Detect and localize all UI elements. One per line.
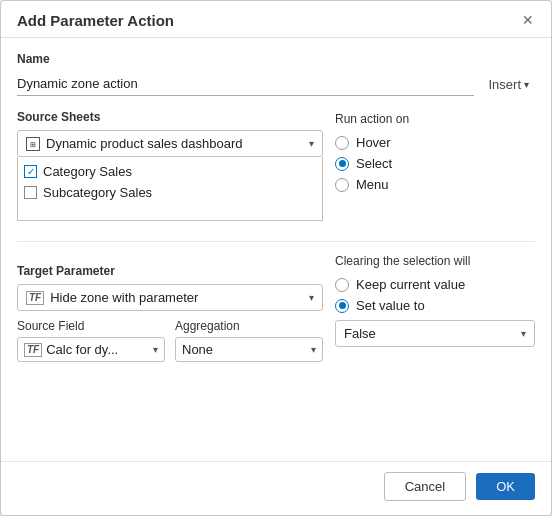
radio-hover-indicator	[335, 136, 349, 150]
radio-select-inner	[339, 160, 346, 167]
set-value-caret: ▾	[521, 328, 526, 339]
radio-hover[interactable]: Hover	[335, 132, 535, 153]
aggregation-caret: ▾	[311, 344, 316, 355]
table-icon: ⊞	[26, 137, 40, 151]
dialog-header: Add Parameter Action ×	[1, 1, 551, 38]
aggregation-group: Aggregation None ▾	[175, 319, 323, 362]
name-row: Insert ▾	[17, 72, 535, 96]
source-sheets-label: Source Sheets	[17, 110, 323, 124]
aggregation-label: Aggregation	[175, 319, 323, 333]
sheets-list: ✓ Category Sales Subcategory Sales	[17, 157, 323, 221]
source-sheets-value: Dynamic product sales dashboard	[46, 136, 303, 151]
radio-set-value-inner	[339, 302, 346, 309]
bottom-two-col: Target Parameter TF Hide zone with param…	[17, 252, 535, 362]
run-action-label: Run action on	[335, 112, 535, 126]
bottom-right-column: Clearing the selection will Keep current…	[335, 252, 535, 362]
radio-hover-label: Hover	[356, 135, 391, 150]
dialog-title: Add Parameter Action	[17, 12, 174, 29]
category-checkbox[interactable]: ✓	[24, 165, 37, 178]
radio-menu-label: Menu	[356, 177, 389, 192]
run-action-section: Run action on Hover Select Menu	[335, 110, 535, 195]
left-column: Source Sheets ⊞ Dynamic product sales da…	[17, 110, 335, 231]
radio-keep-current-label: Keep current value	[356, 277, 465, 292]
target-tf-icon: TF	[26, 291, 44, 305]
set-value-value: False	[344, 326, 517, 341]
cancel-button[interactable]: Cancel	[384, 472, 466, 501]
source-sheets-caret: ▾	[309, 138, 314, 149]
sheet-item-category[interactable]: ✓ Category Sales	[24, 161, 316, 182]
radio-set-value-label: Set value to	[356, 298, 425, 313]
target-parameter-label: Target Parameter	[17, 264, 323, 278]
dialog-body: Name Insert ▾ Source Sheets ⊞ Dynamic pr…	[1, 38, 551, 461]
set-value-dropdown[interactable]: False ▾	[335, 320, 535, 347]
insert-caret: ▾	[524, 79, 529, 90]
radio-select-indicator	[335, 157, 349, 171]
name-label: Name	[17, 52, 535, 66]
main-two-col: Source Sheets ⊞ Dynamic product sales da…	[17, 110, 535, 231]
ok-button[interactable]: OK	[476, 473, 535, 500]
source-agg-row: Source Field TF Calc for dy... ▾ Aggrega…	[17, 319, 323, 362]
clearing-section: Clearing the selection will Keep current…	[335, 252, 535, 347]
target-parameter-dropdown[interactable]: TF Hide zone with parameter ▾	[17, 284, 323, 311]
divider-1	[17, 241, 535, 242]
bottom-left-column: Target Parameter TF Hide zone with param…	[17, 252, 335, 362]
name-section: Name Insert ▾	[17, 52, 535, 96]
source-field-group: Source Field TF Calc for dy... ▾	[17, 319, 165, 362]
close-button[interactable]: ×	[520, 11, 535, 29]
insert-button[interactable]: Insert ▾	[482, 73, 535, 96]
dialog-footer: Cancel OK	[1, 461, 551, 515]
radio-keep-current[interactable]: Keep current value	[335, 274, 535, 295]
insert-label: Insert	[488, 77, 521, 92]
radio-set-value[interactable]: Set value to	[335, 295, 535, 316]
source-field-tf-icon: TF	[24, 343, 42, 357]
source-field-dropdown[interactable]: TF Calc for dy... ▾	[17, 337, 165, 362]
subcategory-label: Subcategory Sales	[43, 185, 152, 200]
radio-select[interactable]: Select	[335, 153, 535, 174]
source-field-value: Calc for dy...	[46, 342, 149, 357]
target-parameter-caret: ▾	[309, 292, 314, 303]
aggregation-value: None	[182, 342, 307, 357]
aggregation-dropdown[interactable]: None ▾	[175, 337, 323, 362]
right-column: Run action on Hover Select Menu	[335, 110, 535, 231]
radio-set-value-indicator	[335, 299, 349, 313]
source-sheets-dropdown[interactable]: ⊞ Dynamic product sales dashboard ▾	[17, 130, 323, 157]
target-parameter-value: Hide zone with parameter	[50, 290, 303, 305]
clearing-label: Clearing the selection will	[335, 254, 535, 268]
radio-menu-indicator	[335, 178, 349, 192]
source-sheets-section: Source Sheets ⊞ Dynamic product sales da…	[17, 110, 323, 221]
source-field-label: Source Field	[17, 319, 165, 333]
category-label: Category Sales	[43, 164, 132, 179]
subcategory-checkbox[interactable]	[24, 186, 37, 199]
radio-menu[interactable]: Menu	[335, 174, 535, 195]
name-input[interactable]	[17, 72, 474, 96]
radio-select-label: Select	[356, 156, 392, 171]
radio-keep-current-indicator	[335, 278, 349, 292]
add-parameter-action-dialog: Add Parameter Action × Name Insert ▾ Sou…	[0, 0, 552, 516]
sheet-item-subcategory[interactable]: Subcategory Sales	[24, 182, 316, 203]
source-field-caret: ▾	[153, 344, 158, 355]
target-parameter-section: Target Parameter TF Hide zone with param…	[17, 264, 323, 311]
